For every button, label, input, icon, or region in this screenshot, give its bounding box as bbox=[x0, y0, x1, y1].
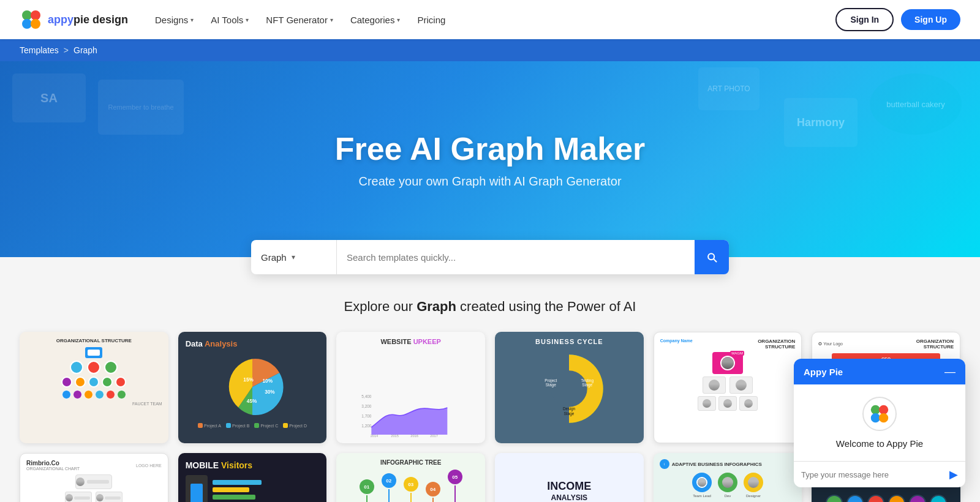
template-card-business-cycle[interactable]: BUSINESS CYCLE Project Stage Testing Sta… bbox=[495, 332, 644, 443]
navbar-right: Sign In Sign Up bbox=[835, 8, 960, 31]
search-box: Graph ▾ bbox=[251, 240, 729, 274]
breadcrumb-parent[interactable]: Templates bbox=[20, 45, 59, 55]
breadcrumb: Templates > Graph bbox=[0, 39, 980, 61]
explore-title: Explore our Graph created using the Powe… bbox=[20, 299, 960, 315]
svg-text:Stage: Stage bbox=[582, 383, 593, 388]
nav-links: Designs ▾ AI Tools ▾ NFT Generator ▾ Cat… bbox=[148, 10, 453, 30]
template-card-infographic-tree[interactable]: INFOGRAPHIC TREE 01 02 03 0 bbox=[336, 453, 485, 502]
svg-text:2017: 2017 bbox=[431, 434, 438, 437]
search-category-dropdown[interactable]: Graph ▾ bbox=[251, 240, 337, 274]
navbar-left: appypie design Designs ▾ AI Tools ▾ NFT … bbox=[20, 8, 453, 31]
chevron-down-icon: ▾ bbox=[292, 253, 295, 261]
svg-text:1,700: 1,700 bbox=[362, 414, 372, 418]
chat-title: Appy Pie bbox=[804, 367, 843, 377]
dropdown-label: Graph bbox=[261, 252, 287, 263]
chat-welcome-text: Welcome to Appy Pie bbox=[836, 438, 923, 449]
template-card-income-analysis[interactable]: INCOME ANALYSIS bbox=[495, 453, 644, 502]
logo[interactable]: appypie design bbox=[20, 8, 128, 31]
svg-point-26 bbox=[879, 413, 888, 422]
svg-point-24 bbox=[879, 405, 888, 414]
svg-text:1,200: 1,200 bbox=[362, 424, 372, 428]
nav-ai-tools[interactable]: AI Tools ▾ bbox=[203, 10, 256, 30]
svg-text:5,400: 5,400 bbox=[362, 394, 372, 399]
svg-text:Stage: Stage bbox=[546, 383, 556, 388]
signin-button[interactable]: Sign In bbox=[835, 8, 894, 31]
chevron-down-icon: ▾ bbox=[190, 17, 194, 23]
logo-icon bbox=[20, 8, 43, 31]
hero-section: SA Remember to breathe ART PHOTO Harmony… bbox=[0, 61, 980, 257]
svg-text:30%: 30% bbox=[265, 389, 275, 395]
search-container: Graph ▾ bbox=[0, 240, 980, 274]
nav-categories[interactable]: Categories ▾ bbox=[343, 10, 408, 30]
chat-body: Welcome to Appy Pie bbox=[794, 384, 965, 461]
svg-point-3 bbox=[31, 19, 40, 29]
svg-text:3,200: 3,200 bbox=[362, 404, 372, 408]
nav-designs[interactable]: Designs ▾ bbox=[148, 10, 201, 30]
template-card-org-structure2[interactable]: Company Name ORGANIZATIONSTRUCTURE MAGM bbox=[654, 332, 802, 443]
appy-pie-logo-icon bbox=[869, 403, 891, 425]
breadcrumb-current: Graph bbox=[74, 45, 97, 55]
svg-text:2016: 2016 bbox=[411, 434, 418, 437]
search-input[interactable] bbox=[337, 240, 695, 274]
navbar: appypie design Designs ▾ AI Tools ▾ NFT … bbox=[0, 0, 980, 39]
svg-point-1 bbox=[31, 10, 40, 20]
chat-send-button[interactable]: ▶ bbox=[949, 468, 958, 481]
donut-chart: Project Stage Testing Stage Design Stage bbox=[529, 349, 609, 429]
svg-point-23 bbox=[871, 405, 880, 414]
chat-logo bbox=[862, 397, 897, 431]
hero-subtitle: Create your own Graph with AI Graph Gene… bbox=[358, 174, 621, 189]
svg-point-0 bbox=[22, 10, 32, 20]
pie-chart: 10% 15% 30% 45% bbox=[219, 353, 286, 421]
chat-input-area: ▶ bbox=[794, 461, 965, 487]
template-card-rimbrio[interactable]: Rimbrio.Co ORGANIZATIONAL CHART LOGO HER… bbox=[20, 453, 168, 502]
signup-button[interactable]: Sign Up bbox=[901, 9, 960, 30]
logo-text: appypie design bbox=[48, 13, 128, 26]
area-chart: 5,400 3,200 1,700 1,200 2014 2015 2016 2… bbox=[342, 388, 479, 437]
template-card-adaptive-business[interactable]: i ADAPTIVE BUSINESS INFOGRAPHICS Team Le… bbox=[654, 453, 802, 502]
svg-text:2014: 2014 bbox=[371, 434, 378, 437]
svg-point-16 bbox=[551, 370, 587, 406]
nav-nft-generator[interactable]: NFT Generator ▾ bbox=[258, 10, 341, 30]
chat-widget: Appy Pie — Welcome to Appy Pie ▶ bbox=[794, 359, 965, 487]
chat-close-button[interactable]: — bbox=[944, 366, 956, 377]
svg-point-2 bbox=[22, 19, 32, 29]
template-card-data-analysis[interactable]: Data Analysis 10% 15% 30% 45% bbox=[178, 332, 327, 443]
template-card-mobile-visitors[interactable]: MOBILE Visitors bbox=[178, 453, 327, 502]
svg-point-25 bbox=[871, 413, 880, 422]
nav-pricing[interactable]: Pricing bbox=[410, 10, 453, 30]
search-icon bbox=[706, 251, 718, 263]
send-icon: ▶ bbox=[949, 468, 958, 481]
hero-title: Free AI Graph Maker bbox=[335, 130, 646, 167]
template-card-org-structure[interactable]: ORGANIZATIONAL STRUCTURE bbox=[20, 332, 168, 443]
chat-input[interactable] bbox=[801, 470, 944, 479]
chevron-down-icon: ▾ bbox=[397, 17, 400, 23]
chat-header: Appy Pie — bbox=[794, 359, 965, 384]
svg-text:Stage: Stage bbox=[564, 411, 575, 416]
search-button[interactable] bbox=[695, 240, 729, 274]
template-card-website-upkeep[interactable]: WEBSITE UPKEEP 5,400 3,200 1,700 1,200 2… bbox=[336, 332, 485, 443]
breadcrumb-separator: > bbox=[64, 45, 69, 55]
svg-text:15%: 15% bbox=[243, 377, 254, 383]
chevron-down-icon: ▾ bbox=[246, 17, 249, 23]
svg-text:45%: 45% bbox=[247, 399, 257, 404]
chevron-down-icon: ▾ bbox=[330, 17, 333, 23]
svg-text:2015: 2015 bbox=[391, 434, 399, 437]
svg-text:10%: 10% bbox=[262, 378, 273, 384]
